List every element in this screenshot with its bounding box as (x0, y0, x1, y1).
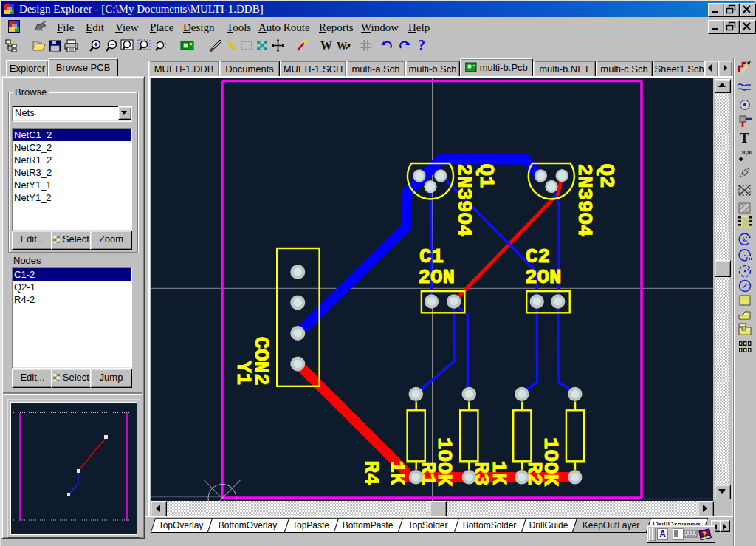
svg-text:C1: C1 (419, 245, 444, 268)
svg-text:?: ? (418, 38, 425, 53)
svg-text:C2: C2 (526, 245, 550, 268)
svg-text:2ON: 2ON (419, 266, 456, 289)
svg-text:T: T (740, 130, 749, 146)
svg-text:2N39O4: 2N39O4 (573, 164, 596, 237)
svg-text:2ON: 2ON (525, 266, 562, 289)
svg-text:W: W (337, 41, 347, 52)
svg-text:1OOK: 1OOK (433, 437, 456, 487)
svg-text:Q2: Q2 (595, 164, 618, 188)
svg-text:1K: 1K (385, 460, 408, 485)
svg-text:2N39O4: 2N39O4 (453, 164, 475, 237)
svg-text:R4: R4 (360, 460, 382, 485)
svg-text:Q1: Q1 (475, 164, 498, 188)
svg-text:10,10: 10,10 (741, 149, 752, 156)
svg-text:W: W (320, 39, 332, 52)
svg-text:CON2: CON2 (250, 337, 272, 386)
svg-text:1K: 1K (487, 460, 510, 485)
svg-text:1OOK: 1OOK (539, 437, 562, 487)
